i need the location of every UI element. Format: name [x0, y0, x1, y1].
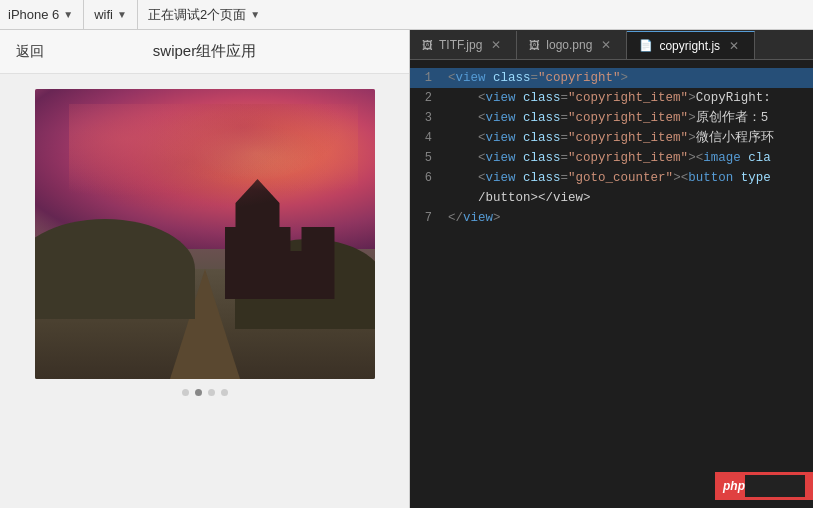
swiper-dot-2	[195, 389, 202, 396]
tab-label: copyright.js	[659, 39, 720, 53]
code-line-1: 1 <view class="copyright">	[410, 68, 813, 88]
php-text: php	[723, 479, 745, 493]
line-content: <view class="goto_counter"><button type	[448, 168, 771, 188]
device-selector[interactable]: iPhone 6 ▼	[8, 0, 84, 29]
line-number: 3	[418, 108, 448, 128]
code-line-6b: /button></view>	[410, 188, 813, 208]
tab-label: TITF.jpg	[439, 38, 482, 52]
file-icon: 🖼	[422, 39, 433, 51]
code-line-5: 5 <view class="copyright_item"><image cl…	[410, 148, 813, 168]
code-line-7: 7 </view>	[410, 208, 813, 228]
code-editor: 1 <view class="copyright"> 2 <view class…	[410, 60, 813, 508]
device-dropdown-arrow: ▼	[63, 9, 73, 20]
line-content: <view class="copyright_item">微信小程序环	[448, 128, 774, 148]
line-content: </view>	[448, 208, 501, 228]
building-silhouette	[225, 179, 335, 299]
tab-titf-jpg[interactable]: 🖼 TITF.jpg ✕	[410, 31, 517, 59]
line-content: <view class="copyright_item">原创作者：5	[448, 108, 768, 128]
swiper-dot-1	[182, 389, 189, 396]
network-dropdown-arrow: ▼	[117, 9, 127, 20]
code-line-2: 2 <view class="copyright_item">CopyRight…	[410, 88, 813, 108]
line-number: 1	[418, 68, 448, 88]
line-number: 2	[418, 88, 448, 108]
top-toolbar: iPhone 6 ▼ wifi ▼ 正在调试2个页面 ▼	[0, 0, 813, 30]
swiper-dots	[0, 389, 409, 396]
hill-left	[35, 219, 195, 319]
tab-close-icon[interactable]: ✕	[488, 37, 504, 53]
line-content: /button></view>	[448, 188, 591, 208]
nav-title: swiper组件应用	[153, 42, 256, 61]
line-number: 4	[418, 128, 448, 148]
editor-tabs: 🖼 TITF.jpg ✕ 🖼 logo.png ✕ 📄 copyright.js…	[410, 30, 813, 60]
swiper-dot-4	[221, 389, 228, 396]
debug-text: 正在调试2个页面	[148, 6, 246, 24]
swiper-dot-3	[208, 389, 215, 396]
line-number: 7	[418, 208, 448, 228]
main-area: 返回 swiper组件应用	[0, 30, 813, 508]
nav-back-button[interactable]: 返回	[16, 43, 44, 61]
file-icon: 🖼	[529, 39, 540, 51]
tab-label: logo.png	[546, 38, 592, 52]
network-name: wifi	[94, 7, 113, 22]
phone-simulator: 返回 swiper组件应用	[0, 30, 410, 508]
code-line-3: 3 <view class="copyright_item">原创作者：5	[410, 108, 813, 128]
php-badge: php	[715, 472, 813, 500]
file-icon: 📄	[639, 39, 653, 52]
tab-logo-png[interactable]: 🖼 logo.png ✕	[517, 31, 627, 59]
swiper-image	[35, 89, 375, 379]
phone-content	[0, 74, 409, 508]
swiper-container[interactable]	[35, 89, 375, 379]
code-editor-panel: 🖼 TITF.jpg ✕ 🖼 logo.png ✕ 📄 copyright.js…	[410, 30, 813, 508]
php-bar	[745, 475, 805, 497]
tab-copyright-js[interactable]: 📄 copyright.js ✕	[627, 31, 755, 59]
code-line-6: 6 <view class="goto_counter"><button typ…	[410, 168, 813, 188]
debug-dropdown-arrow: ▼	[250, 9, 260, 20]
line-content: <view class="copyright">	[448, 68, 628, 88]
debug-info[interactable]: 正在调试2个页面 ▼	[138, 6, 270, 24]
tab-close-icon[interactable]: ✕	[598, 37, 614, 53]
device-name: iPhone 6	[8, 7, 59, 22]
tab-close-icon[interactable]: ✕	[726, 38, 742, 54]
line-number: 5	[418, 148, 448, 168]
line-content: <view class="copyright_item">CopyRight:	[448, 88, 771, 108]
network-selector[interactable]: wifi ▼	[84, 0, 138, 29]
line-number: 6	[418, 168, 448, 188]
phone-navbar: 返回 swiper组件应用	[0, 30, 409, 74]
code-line-4: 4 <view class="copyright_item">微信小程序环	[410, 128, 813, 148]
line-content: <view class="copyright_item"><image cla	[448, 148, 771, 168]
